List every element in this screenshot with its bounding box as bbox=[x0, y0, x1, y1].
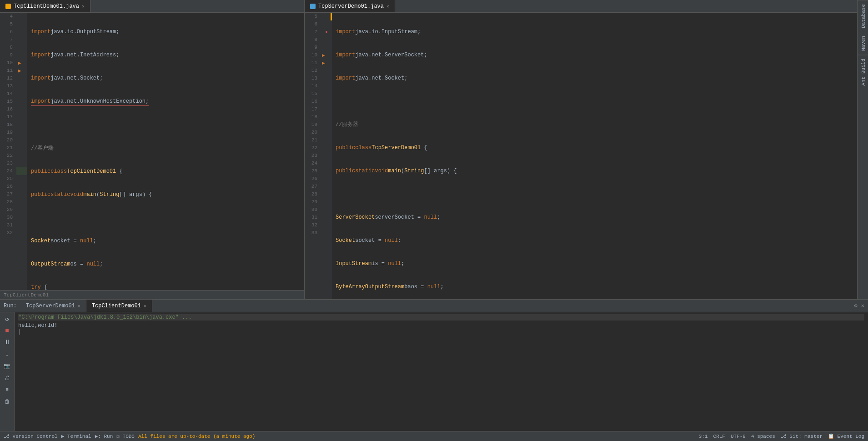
right-code-line-16: ByteArrayOutputStream baos = null; bbox=[336, 283, 853, 291]
editors-area: TcpClientDemo01.java ✕ 4 5 6 7 8 9 10 11… bbox=[0, 0, 868, 299]
right-code-line-11: public static void main(String[] args) { bbox=[336, 167, 853, 175]
left-gutter: ▶ ▶ bbox=[16, 13, 27, 290]
sidebar-tab-maven[interactable]: Maven bbox=[858, 32, 868, 55]
console-command: "C:\Program Files\Java\jdk1.8.0_152\bin\… bbox=[18, 314, 864, 321]
bottom-panel: Run: TcpServerDemo01 ✕ TcpClientDemo01 ✕… bbox=[0, 299, 868, 431]
right-code-line-8 bbox=[336, 98, 853, 105]
right-code-line-7: import java.net.Socket; bbox=[336, 75, 853, 82]
left-tab-bar: TcpClientDemo01.java ✕ bbox=[0, 0, 304, 13]
right-code-line-14: Socket socket = null; bbox=[336, 237, 853, 245]
rerun-button[interactable]: ↺ bbox=[3, 314, 12, 323]
code-line-15: try { bbox=[31, 284, 301, 290]
left-code-area[interactable]: 4 5 6 7 8 9 10 11 12 13 14 15 16 17 18 1… bbox=[0, 13, 304, 290]
client-tab-label: TcpClientDemo01 bbox=[92, 303, 141, 309]
right-code-line-13: ServerSocket serverSocket = null; bbox=[336, 214, 853, 221]
status-event-log[interactable]: 📋 Event Log bbox=[828, 433, 864, 439]
code-line-5: import java.net.InetAddress; bbox=[31, 51, 301, 59]
right-code-line-12 bbox=[336, 190, 853, 198]
status-terminal[interactable]: ▶ Terminal bbox=[61, 433, 91, 439]
right-tab-close[interactable]: ✕ bbox=[386, 4, 389, 9]
right-code-line-5: import java.io.InputStream; bbox=[336, 28, 853, 36]
right-code-line-10: public class TcpServerDemo01 { bbox=[336, 144, 853, 152]
status-position: 3:1 bbox=[699, 434, 708, 439]
run-label: Run: bbox=[0, 300, 20, 312]
console-output: "C:\Program Files\Java\jdk1.8.0_152\bin\… bbox=[15, 312, 868, 431]
filter-button[interactable]: ≡ bbox=[3, 385, 12, 394]
code-line-4: import java.io.OutputStream; bbox=[31, 28, 301, 36]
console-cursor: | bbox=[18, 329, 864, 335]
right-tab-label: TcpServerDemo01.java bbox=[318, 3, 384, 10]
server-tab-label: TcpServerDemo01 bbox=[26, 303, 75, 309]
right-code-line-6: import java.net.ServerSocket; bbox=[336, 51, 853, 59]
status-crlf[interactable]: CRLF bbox=[713, 434, 725, 439]
execution-arrow-11: ▶ bbox=[18, 68, 21, 74]
status-version-control[interactable]: ⎇ Version Control bbox=[4, 433, 58, 439]
close-panel-icon[interactable]: ✕ bbox=[861, 302, 864, 309]
scroll-end-button[interactable]: ↓ bbox=[3, 350, 12, 359]
server-tab-close[interactable]: ✕ bbox=[78, 303, 80, 309]
console-text: hello,world! bbox=[18, 322, 864, 329]
code-line-9: //客户端 bbox=[31, 145, 301, 152]
stop-button[interactable]: ■ bbox=[3, 326, 12, 335]
settings-icon[interactable]: ⚙ bbox=[854, 302, 858, 309]
right-code-line-9: //服务器 bbox=[336, 121, 853, 129]
right-code-line-15: InputStream is = null; bbox=[336, 260, 853, 268]
execution-arrow-10: ▶ bbox=[18, 60, 21, 66]
run-sidebar: ↺ ■ ⏸ ↓ 📷 🖨 ≡ 🗑 bbox=[0, 312, 15, 431]
left-editor-pane: TcpClientDemo01.java ✕ 4 5 6 7 8 9 10 11… bbox=[0, 0, 305, 299]
bottom-tab-bar: Run: TcpServerDemo01 ✕ TcpClientDemo01 ✕… bbox=[0, 300, 868, 312]
bottom-content: ↺ ■ ⏸ ↓ 📷 🖨 ≡ 🗑 "C:\Program Files\Java\j… bbox=[0, 312, 868, 431]
snapshot-button[interactable]: 📷 bbox=[3, 361, 12, 371]
left-line-numbers: 4 5 6 7 8 9 10 11 12 13 14 15 16 17 18 1… bbox=[0, 13, 16, 290]
status-spaces[interactable]: 4 spaces bbox=[751, 434, 775, 439]
code-line-6: import java.net.Socket; bbox=[31, 75, 301, 82]
sidebar-tab-ant[interactable]: Ant Build bbox=[858, 55, 868, 89]
java-file-icon bbox=[5, 4, 11, 9]
code-line-10: public class TcpClientDemo01 { bbox=[31, 168, 301, 175]
right-line-numbers: 5 6 7 8 9 10 11 12 13 14 15 16 17 18 19 … bbox=[305, 13, 321, 299]
code-line-8 bbox=[31, 121, 301, 129]
status-right: 3:1 CRLF UTF-8 4 spaces ⎇ Git: master 📋 … bbox=[699, 433, 864, 439]
left-tab-active[interactable]: TcpClientDemo01.java ✕ bbox=[0, 0, 90, 12]
pause-button[interactable]: ⏸ bbox=[3, 338, 12, 347]
left-code-content[interactable]: import java.io.OutputStream; import java… bbox=[27, 13, 304, 290]
left-tab-label: TcpClientDemo01.java bbox=[14, 3, 79, 10]
bottom-tab-client[interactable]: TcpClientDemo01 ✕ bbox=[86, 300, 152, 312]
left-tab-close[interactable]: ✕ bbox=[82, 4, 85, 9]
status-encoding[interactable]: UTF-8 bbox=[731, 434, 746, 439]
right-tab-bar: TcpServerDemo01.java ✕ bbox=[305, 0, 857, 13]
code-line-11: public static void main(String[] args) { bbox=[31, 191, 301, 199]
code-line-14: OutputStream os = null; bbox=[31, 261, 301, 268]
right-editor-pane: TcpServerDemo01.java ✕ 5 6 7 8 9 10 11 1… bbox=[305, 0, 857, 299]
status-git[interactable]: ⎇ Git: master bbox=[781, 433, 823, 439]
status-todo[interactable]: ☑ TODO bbox=[116, 433, 135, 439]
java-server-file-icon bbox=[310, 4, 316, 9]
print-button[interactable]: 🖨 bbox=[3, 373, 12, 382]
delete-button[interactable]: 🗑 bbox=[3, 397, 12, 406]
right-tab-active[interactable]: TcpServerDemo01.java ✕ bbox=[305, 0, 395, 12]
sidebar-tab-database[interactable]: Database bbox=[858, 0, 868, 32]
status-warning: All files are up-to-date (a minute ago) bbox=[138, 434, 255, 439]
left-filename: TcpClientDemo01 bbox=[4, 292, 49, 298]
right-sidebar: Database Maven Ant Build bbox=[857, 0, 868, 299]
status-run[interactable]: ▶: Run bbox=[95, 433, 113, 439]
status-left: ⎇ Version Control ▶ Terminal ▶: Run ☑ TO… bbox=[4, 433, 255, 439]
left-filename-bar: TcpClientDemo01 bbox=[0, 290, 304, 299]
bottom-settings[interactable]: ⚙ ✕ bbox=[854, 300, 868, 312]
bottom-tab-server[interactable]: TcpServerDemo01 ✕ bbox=[20, 300, 86, 312]
code-line-13: Socket socket = null; bbox=[31, 237, 301, 245]
client-tab-close[interactable]: ✕ bbox=[144, 303, 146, 309]
status-bar: ⎇ Version Control ▶ Terminal ▶: Run ☑ TO… bbox=[0, 431, 868, 441]
right-gutter: ● ▶ ▶ bbox=[321, 13, 332, 299]
code-line-12 bbox=[31, 214, 301, 222]
right-code-content[interactable]: import java.io.InputStream; import java.… bbox=[332, 13, 857, 299]
right-code-area[interactable]: 5 6 7 8 9 10 11 12 13 14 15 16 17 18 19 … bbox=[305, 13, 857, 299]
code-line-7: import java.net.UnknownHostException; bbox=[31, 98, 301, 106]
